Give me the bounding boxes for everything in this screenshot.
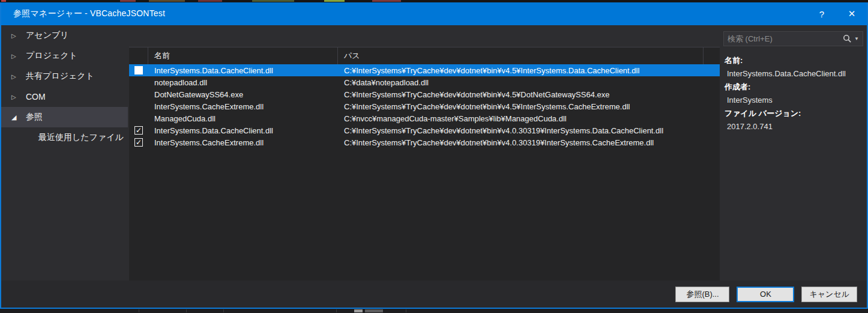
search-dropdown-icon[interactable]: ▼ xyxy=(854,36,859,41)
help-button[interactable]: ? xyxy=(807,2,837,25)
unchecked-checkbox[interactable] xyxy=(134,66,143,74)
background-glimpse xyxy=(336,309,337,312)
row-checkbox-cell xyxy=(129,66,148,74)
background-glimpse xyxy=(372,0,401,2)
reference-row[interactable]: ManagedCuda.dllC:¥nvcc¥managedCuda-maste… xyxy=(129,112,720,124)
header-checkbox-column[interactable] xyxy=(129,47,148,64)
desktop-background-strip-bottom xyxy=(0,309,868,313)
background-glimpse xyxy=(198,0,222,2)
reference-name: InterSystems.CacheExtreme.dll xyxy=(148,138,338,147)
background-glimpse xyxy=(324,0,345,2)
background-glimpse xyxy=(223,309,224,312)
reference-name: InterSystems.Data.CacheClient.dll xyxy=(148,126,338,135)
sidebar-item-label: 最近使用したファイル xyxy=(38,132,124,143)
background-glimpse xyxy=(186,309,187,312)
close-button[interactable]: ✕ xyxy=(837,2,867,25)
reference-path: C:¥InterSystems¥TryCache¥dev¥dotnet¥bin¥… xyxy=(338,66,720,75)
background-glimpse xyxy=(1,0,6,2)
background-glimpse xyxy=(354,309,363,312)
titlebar[interactable]: 参照マネージャー - VBCacheJSONTest ? ✕ xyxy=(1,2,867,25)
row-checkbox-cell: ✓ xyxy=(129,138,148,147)
sidebar-item-label: アセンブリ xyxy=(26,30,69,41)
reference-name: InterSystems.Data.CacheClient.dll xyxy=(148,66,338,75)
detail-pane: ▼ 名前: InterSystems.Data.CacheClient.dll … xyxy=(720,25,867,283)
background-glimpse xyxy=(139,309,139,312)
reference-row[interactable]: ✓InterSystems.CacheExtreme.dllC:¥InterSy… xyxy=(129,136,720,148)
sidebar-item-assemblies[interactable]: ▷アセンブリ xyxy=(1,25,128,46)
row-checkbox-cell: ✓ xyxy=(129,126,148,135)
detail-version-label: ファイル バージョン: xyxy=(725,107,846,120)
sidebar-item-browse[interactable]: ◢参照 xyxy=(1,107,128,127)
checked-checkbox[interactable]: ✓ xyxy=(134,126,143,135)
reference-row[interactable]: InterSystems.CacheExtreme.dllC:¥InterSys… xyxy=(129,100,720,112)
detail-author-value: InterSystems xyxy=(725,94,846,107)
reference-manager-dialog: 参照マネージャー - VBCacheJSONTest ? ✕ ▷アセンブリ▷プロ… xyxy=(0,2,868,309)
reference-path: C:¥InterSystems¥TryCache¥dev¥dotnet¥bin¥… xyxy=(338,90,720,99)
detail-author-label: 作成者: xyxy=(725,81,846,94)
collapsed-arrow-icon[interactable]: ▷ xyxy=(11,73,19,80)
category-sidebar: ▷アセンブリ▷プロジェクト▷共有プロジェクト▷COM◢参照最近使用したファイル xyxy=(1,25,128,283)
checked-checkbox[interactable]: ✓ xyxy=(134,138,143,147)
file-details: 名前: InterSystems.Data.CacheClient.dll 作成… xyxy=(725,54,846,133)
background-glimpse xyxy=(252,0,294,2)
reference-name: notepadload.dll xyxy=(148,78,338,87)
reference-path: C:¥InterSystems¥TryCache¥dev¥dotnet¥bin¥… xyxy=(338,138,720,147)
reference-name: InterSystems.CacheExtreme.dll xyxy=(148,102,338,111)
search-icon[interactable] xyxy=(843,34,852,43)
background-glimpse xyxy=(120,0,136,2)
reference-path: C:¥nvcc¥managedCuda-master¥Samples¥lib¥M… xyxy=(338,114,720,123)
collapsed-arrow-icon[interactable]: ▷ xyxy=(11,94,19,100)
header-path-column[interactable]: パス xyxy=(338,47,704,64)
list-header: 名前 パス xyxy=(129,47,720,64)
dialog-title: 参照マネージャー - VBCacheJSONTest xyxy=(1,8,165,19)
expanded-arrow-icon[interactable]: ◢ xyxy=(11,114,19,121)
reference-row[interactable]: ✓InterSystems.Data.CacheClient.dllC:¥Int… xyxy=(129,124,720,136)
collapsed-arrow-icon[interactable]: ▷ xyxy=(11,32,19,39)
ok-button[interactable]: OK xyxy=(737,287,794,302)
detail-name-label: 名前: xyxy=(725,54,846,67)
sidebar-item-com[interactable]: ▷COM xyxy=(1,87,128,107)
sidebar-item-projects[interactable]: ▷プロジェクト xyxy=(1,46,128,66)
browse-button[interactable]: 参照(B)... xyxy=(675,287,729,302)
sidebar-item-label: 共有プロジェクト xyxy=(26,71,94,82)
reference-list: 名前 パス InterSystems.Data.CacheClient.dllC… xyxy=(129,47,720,281)
sidebar-item-recent-files[interactable]: 最近使用したファイル xyxy=(1,127,128,148)
header-filler-column xyxy=(704,47,720,64)
footer-bar: 参照(B)... OK キャンセル xyxy=(1,281,867,308)
detail-version-value: 2017.2.0.741 xyxy=(725,120,846,133)
reference-path: C:¥InterSystems¥TryCache¥dev¥dotnet¥bin¥… xyxy=(338,102,720,111)
search-input[interactable] xyxy=(724,34,843,43)
reference-name: ManagedCuda.dll xyxy=(148,114,338,123)
background-glimpse xyxy=(406,309,406,312)
reference-row[interactable]: DotNetGatewaySS64.exeC:¥InterSystems¥Try… xyxy=(129,88,720,100)
reference-row[interactable]: InterSystems.Data.CacheClient.dllC:¥Inte… xyxy=(129,64,720,76)
sidebar-item-label: 参照 xyxy=(26,112,43,123)
search-box[interactable]: ▼ xyxy=(723,31,863,46)
reference-path: C:¥data¥notepadload.dll xyxy=(338,78,720,87)
reference-row[interactable]: notepadload.dllC:¥data¥notepadload.dll xyxy=(129,76,720,88)
header-name-column[interactable]: 名前 xyxy=(148,47,338,64)
background-glimpse xyxy=(149,0,185,2)
reference-path: C:¥InterSystems¥TryCache¥dev¥dotnet¥bin¥… xyxy=(338,126,720,135)
reference-name: DotNetGatewaySS64.exe xyxy=(148,90,338,99)
sidebar-item-shared-projects[interactable]: ▷共有プロジェクト xyxy=(1,66,128,87)
detail-name-value: InterSystems.Data.CacheClient.dll xyxy=(725,67,846,81)
sidebar-item-label: COM xyxy=(26,92,46,102)
screen: 参照マネージャー - VBCacheJSONTest ? ✕ ▷アセンブリ▷プロ… xyxy=(0,0,868,313)
cancel-button[interactable]: キャンセル xyxy=(801,287,857,302)
sidebar-item-label: プロジェクト xyxy=(26,50,77,61)
background-glimpse xyxy=(365,309,383,312)
collapsed-arrow-icon[interactable]: ▷ xyxy=(11,53,19,59)
